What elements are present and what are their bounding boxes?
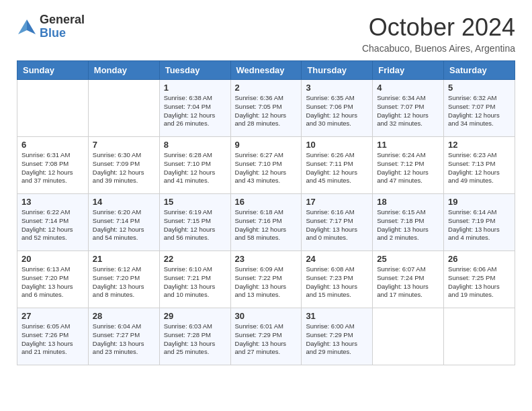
logo: General Blue <box>17 13 85 40</box>
day-number: 16 <box>235 197 298 207</box>
day-info: Sunrise: 6:32 AM Sunset: 7:07 PM Dayligh… <box>448 94 511 128</box>
calendar-cell: 10Sunrise: 6:26 AM Sunset: 7:11 PM Dayli… <box>302 137 373 194</box>
day-number: 8 <box>164 140 226 150</box>
month-title: October 2024 <box>362 13 515 42</box>
calendar-cell: 20Sunrise: 6:13 AM Sunset: 7:20 PM Dayli… <box>17 251 89 308</box>
calendar-cell: 2Sunrise: 6:36 AM Sunset: 7:05 PM Daylig… <box>230 80 302 137</box>
logo-general-text: General <box>40 13 85 27</box>
weekday-header-row: SundayMondayTuesdayWednesdayThursdayFrid… <box>17 61 515 80</box>
title-area: October 2024 Chacabuco, Buenos Aires, Ar… <box>362 13 515 54</box>
day-info: Sunrise: 6:05 AM Sunset: 7:26 PM Dayligh… <box>21 322 84 357</box>
day-number: 29 <box>164 311 226 321</box>
day-info: Sunrise: 6:31 AM Sunset: 7:08 PM Dayligh… <box>21 151 84 185</box>
calendar-cell <box>17 80 89 137</box>
day-info: Sunrise: 6:19 AM Sunset: 7:15 PM Dayligh… <box>164 208 226 242</box>
day-info: Sunrise: 6:15 AM Sunset: 7:18 PM Dayligh… <box>377 208 439 242</box>
calendar-cell: 3Sunrise: 6:35 AM Sunset: 7:06 PM Daylig… <box>302 80 373 137</box>
day-number: 7 <box>93 140 155 150</box>
day-number: 27 <box>21 311 84 321</box>
calendar-cell <box>88 80 159 137</box>
day-number: 15 <box>164 197 226 207</box>
calendar-cell: 21Sunrise: 6:12 AM Sunset: 7:20 PM Dayli… <box>88 251 159 308</box>
day-number: 26 <box>448 254 511 264</box>
day-info: Sunrise: 6:01 AM Sunset: 7:29 PM Dayligh… <box>235 322 298 357</box>
day-number: 31 <box>306 311 368 321</box>
calendar-cell: 17Sunrise: 6:16 AM Sunset: 7:17 PM Dayli… <box>302 194 373 251</box>
day-info: Sunrise: 6:16 AM Sunset: 7:17 PM Dayligh… <box>306 208 368 242</box>
day-number: 14 <box>93 197 155 207</box>
day-number: 5 <box>448 83 511 93</box>
day-info: Sunrise: 6:35 AM Sunset: 7:06 PM Dayligh… <box>306 94 368 128</box>
day-info: Sunrise: 6:36 AM Sunset: 7:05 PM Dayligh… <box>235 94 298 128</box>
day-info: Sunrise: 6:28 AM Sunset: 7:10 PM Dayligh… <box>164 151 226 185</box>
logo-blue-text: Blue <box>40 27 85 40</box>
calendar-cell: 13Sunrise: 6:22 AM Sunset: 7:14 PM Dayli… <box>17 194 89 251</box>
day-number: 12 <box>448 140 511 150</box>
calendar-cell: 14Sunrise: 6:20 AM Sunset: 7:14 PM Dayli… <box>88 194 159 251</box>
day-info: Sunrise: 6:20 AM Sunset: 7:14 PM Dayligh… <box>93 208 155 242</box>
weekday-header-friday: Friday <box>373 61 444 80</box>
day-info: Sunrise: 6:26 AM Sunset: 7:11 PM Dayligh… <box>306 151 368 185</box>
day-info: Sunrise: 6:13 AM Sunset: 7:20 PM Dayligh… <box>21 265 84 300</box>
day-number: 6 <box>21 140 84 150</box>
calendar-cell: 31Sunrise: 6:00 AM Sunset: 7:29 PM Dayli… <box>302 308 373 365</box>
location-subtitle: Chacabuco, Buenos Aires, Argentina <box>362 43 515 54</box>
calendar-cell: 22Sunrise: 6:10 AM Sunset: 7:21 PM Dayli… <box>159 251 230 308</box>
day-number: 28 <box>93 311 155 321</box>
day-info: Sunrise: 6:12 AM Sunset: 7:20 PM Dayligh… <box>93 265 155 300</box>
calendar-week-row: 13Sunrise: 6:22 AM Sunset: 7:14 PM Dayli… <box>17 194 515 251</box>
day-info: Sunrise: 6:27 AM Sunset: 7:10 PM Dayligh… <box>235 151 298 185</box>
weekday-header-thursday: Thursday <box>302 61 373 80</box>
weekday-header-sunday: Sunday <box>17 61 89 80</box>
day-number: 4 <box>377 83 439 93</box>
day-number: 11 <box>377 140 439 150</box>
day-info: Sunrise: 6:22 AM Sunset: 7:14 PM Dayligh… <box>21 208 84 242</box>
day-number: 13 <box>21 197 84 207</box>
calendar-cell: 1Sunrise: 6:38 AM Sunset: 7:04 PM Daylig… <box>159 80 230 137</box>
day-number: 25 <box>377 254 439 264</box>
calendar-cell: 25Sunrise: 6:07 AM Sunset: 7:24 PM Dayli… <box>373 251 444 308</box>
day-info: Sunrise: 6:09 AM Sunset: 7:22 PM Dayligh… <box>235 265 298 300</box>
calendar-cell: 30Sunrise: 6:01 AM Sunset: 7:29 PM Dayli… <box>230 308 302 365</box>
day-number: 22 <box>164 254 226 264</box>
calendar-cell: 9Sunrise: 6:27 AM Sunset: 7:10 PM Daylig… <box>230 137 302 194</box>
day-info: Sunrise: 6:34 AM Sunset: 7:07 PM Dayligh… <box>377 94 439 128</box>
calendar-cell: 24Sunrise: 6:08 AM Sunset: 7:23 PM Dayli… <box>302 251 373 308</box>
calendar-cell <box>444 308 515 365</box>
day-info: Sunrise: 6:06 AM Sunset: 7:25 PM Dayligh… <box>448 265 511 300</box>
calendar-cell <box>373 308 444 365</box>
weekday-header-monday: Monday <box>88 61 159 80</box>
day-info: Sunrise: 6:14 AM Sunset: 7:19 PM Dayligh… <box>448 208 511 242</box>
logo-icon <box>17 17 37 37</box>
calendar-cell: 18Sunrise: 6:15 AM Sunset: 7:18 PM Dayli… <box>373 194 444 251</box>
calendar-cell: 4Sunrise: 6:34 AM Sunset: 7:07 PM Daylig… <box>373 80 444 137</box>
calendar-cell: 26Sunrise: 6:06 AM Sunset: 7:25 PM Dayli… <box>444 251 515 308</box>
day-info: Sunrise: 6:03 AM Sunset: 7:28 PM Dayligh… <box>164 322 226 357</box>
calendar-week-row: 1Sunrise: 6:38 AM Sunset: 7:04 PM Daylig… <box>17 80 515 137</box>
day-info: Sunrise: 6:30 AM Sunset: 7:09 PM Dayligh… <box>93 151 155 185</box>
day-number: 2 <box>235 83 298 93</box>
day-number: 17 <box>306 197 368 207</box>
day-info: Sunrise: 6:04 AM Sunset: 7:27 PM Dayligh… <box>93 322 155 357</box>
calendar-cell: 27Sunrise: 6:05 AM Sunset: 7:26 PM Dayli… <box>17 308 89 365</box>
day-info: Sunrise: 6:07 AM Sunset: 7:24 PM Dayligh… <box>377 265 439 300</box>
calendar-cell: 11Sunrise: 6:24 AM Sunset: 7:12 PM Dayli… <box>373 137 444 194</box>
calendar-header: SundayMondayTuesdayWednesdayThursdayFrid… <box>17 61 515 80</box>
calendar-cell: 8Sunrise: 6:28 AM Sunset: 7:10 PM Daylig… <box>159 137 230 194</box>
calendar-cell: 7Sunrise: 6:30 AM Sunset: 7:09 PM Daylig… <box>88 137 159 194</box>
day-number: 24 <box>306 254 368 264</box>
calendar-week-row: 20Sunrise: 6:13 AM Sunset: 7:20 PM Dayli… <box>17 251 515 308</box>
day-number: 20 <box>21 254 84 264</box>
day-info: Sunrise: 6:10 AM Sunset: 7:21 PM Dayligh… <box>164 265 226 300</box>
day-number: 10 <box>306 140 368 150</box>
calendar-week-row: 27Sunrise: 6:05 AM Sunset: 7:26 PM Dayli… <box>17 308 515 365</box>
day-number: 21 <box>93 254 155 264</box>
calendar-cell: 29Sunrise: 6:03 AM Sunset: 7:28 PM Dayli… <box>159 308 230 365</box>
calendar-cell: 28Sunrise: 6:04 AM Sunset: 7:27 PM Dayli… <box>88 308 159 365</box>
day-info: Sunrise: 6:24 AM Sunset: 7:12 PM Dayligh… <box>377 151 439 185</box>
weekday-header-saturday: Saturday <box>444 61 515 80</box>
calendar-body: 1Sunrise: 6:38 AM Sunset: 7:04 PM Daylig… <box>17 80 515 365</box>
day-number: 9 <box>235 140 298 150</box>
calendar-cell: 12Sunrise: 6:23 AM Sunset: 7:13 PM Dayli… <box>444 137 515 194</box>
day-number: 30 <box>235 311 298 321</box>
